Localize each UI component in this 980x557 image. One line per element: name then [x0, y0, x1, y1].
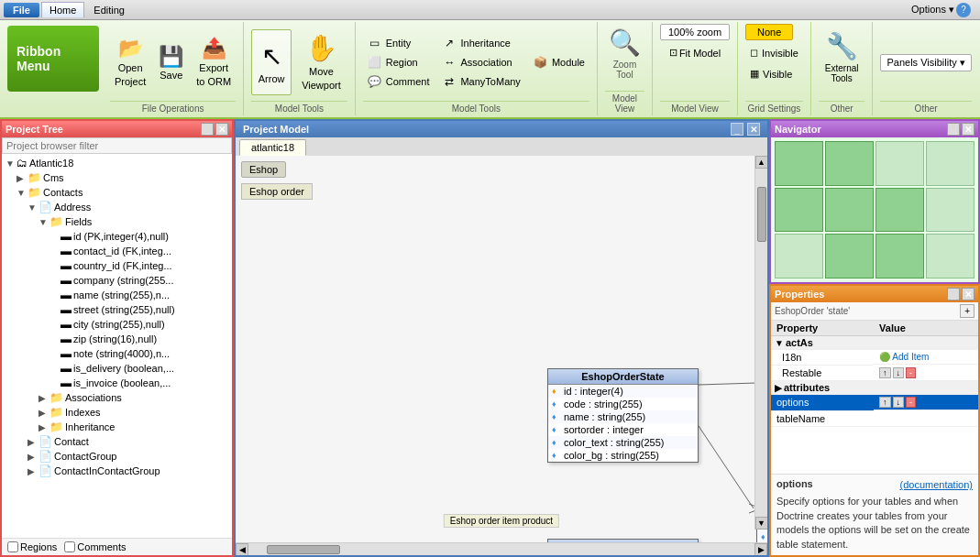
tree-item-contact[interactable]: ▶ 📄 Contact — [4, 434, 230, 449]
tree-expand-indexes[interactable]: ▶ — [39, 408, 50, 418]
tree-item-f10[interactable]: ▬ is_delivery (boolean,... — [4, 361, 230, 376]
prop-row-1[interactable]: I18n 🟢 Add Item — [771, 350, 978, 366]
tree-expand-inherit[interactable]: ▶ — [39, 422, 50, 432]
prop-row-4[interactable]: options ↑ ↓ - — [771, 395, 978, 411]
scroll-left-arrow[interactable]: ◀ — [236, 543, 248, 556]
navigator-content[interactable] — [771, 137, 978, 282]
region-button[interactable]: ⬜ Region — [363, 53, 435, 71]
fit-model-button[interactable]: ⊡ Fit Model — [663, 44, 727, 61]
prop-remove-btn-2[interactable]: - — [906, 367, 916, 378]
zoom-100-button[interactable]: 100% zoom — [660, 24, 730, 40]
tree-item-assoc[interactable]: ▶ 📁 Associations — [4, 390, 230, 405]
comment-button[interactable]: 💬 Comment — [363, 72, 435, 91]
move-viewport-button[interactable]: ✋ Move Viewport — [295, 29, 347, 95]
tree-item-f4[interactable]: ▬ company (string(255... — [4, 273, 230, 288]
project-tree-filter[interactable] — [2, 137, 232, 154]
editing-menu-item[interactable]: Editing — [86, 3, 132, 17]
many-to-many-button[interactable]: ⇄ ManyToMany — [437, 72, 524, 91]
properties-close-button[interactable]: ✕ — [962, 288, 974, 300]
tree-item-f7[interactable]: ▬ city (string(255),null) — [4, 317, 230, 332]
entity-button[interactable]: ▭ Entity — [363, 34, 435, 52]
tree-item-contacts[interactable]: ▼ 📁 Contacts — [4, 185, 230, 200]
tree-item-f2[interactable]: ▬ contact_id (FK,integ... — [4, 244, 230, 258]
prop-down-btn-4[interactable]: ↓ — [893, 397, 905, 408]
scroll-right-arrow[interactable]: ▶ — [754, 543, 767, 556]
scroll-thumb-h[interactable] — [267, 545, 340, 554]
save-button[interactable]: 💾 Save — [154, 42, 188, 83]
visible-button[interactable]: ▦ Visible — [745, 65, 797, 82]
tree-expand-contacts[interactable]: ▼ — [17, 188, 28, 198]
model-tab-atlantic18[interactable]: atlantic18 — [239, 139, 306, 156]
export-to-orm-button[interactable]: 📤 Export to ORM — [192, 34, 236, 91]
tree-expand-atlantic18[interactable]: ▼ — [6, 158, 17, 169]
tree-expand-cms[interactable]: ▶ — [17, 173, 28, 183]
association-button[interactable]: ↔ Association — [437, 53, 524, 71]
tree-item-f3[interactable]: ▬ country_id (FK,integ... — [4, 258, 230, 273]
diagram-canvas[interactable]: Eshop Eshop order — [236, 156, 767, 542]
tree-item-f11[interactable]: ▬ is_invoice (boolean,... — [4, 376, 230, 390]
comments-checkbox[interactable] — [64, 541, 75, 552]
tree-item-address[interactable]: ▼ 📄 Address — [4, 200, 230, 214]
navigator-minimize-button[interactable]: _ — [947, 123, 960, 136]
zoom-tool-button[interactable]: 🔍 Zoom Tool — [602, 26, 647, 81]
model-minimize-button[interactable]: _ — [731, 123, 743, 136]
scroll-up-arrow[interactable]: ▲ — [755, 156, 768, 169]
comments-checkbox-label[interactable]: Comments — [64, 541, 126, 552]
tree-expand-contactgroup[interactable]: ▶ — [28, 452, 39, 462]
panels-visibility-button[interactable]: Panels Visibility ▾ — [880, 54, 971, 71]
prop-row-0[interactable]: ▼actAs — [771, 336, 978, 350]
inheritance-button[interactable]: ↗ Inheritance — [437, 34, 524, 52]
home-menu-item[interactable]: Home — [41, 2, 84, 17]
scroll-thumb-v[interactable] — [757, 187, 766, 242]
invisible-button[interactable]: ◻ Invisible — [745, 44, 803, 61]
tree-item-contactgroup[interactable]: ▶ 📄 ContactGroup — [4, 449, 230, 464]
tree-item-f1[interactable]: ▬ id (PK,integer(4),null) — [4, 229, 230, 244]
help-icon[interactable]: ? — [956, 3, 971, 17]
regions-checkbox[interactable] — [7, 541, 18, 552]
external-tools-button[interactable]: 🔧 External Tools — [819, 24, 865, 90]
tree-expand-address[interactable]: ▼ — [28, 202, 39, 213]
module-button[interactable]: 📦 Module — [529, 53, 589, 71]
options-button[interactable]: Options ▾ ? — [906, 1, 976, 19]
navigator-close-button[interactable]: ✕ — [962, 123, 974, 136]
none-button[interactable]: None — [745, 24, 793, 40]
prop-row-5[interactable]: tableName — [771, 410, 978, 426]
tree-item-atlantic18[interactable]: ▼ 🗂 Atlantic18 — [4, 156, 230, 170]
regions-checkbox-label[interactable]: Regions — [7, 541, 57, 552]
horizontal-scrollbar[interactable]: ◀ ▶ — [236, 542, 767, 555]
tree-item-inherit[interactable]: ▶ 📁 Inheritance — [4, 420, 230, 434]
prop-down-btn-2[interactable]: ↓ — [893, 367, 905, 378]
prop-row-2[interactable]: Restable ↑ ↓ - — [771, 366, 978, 381]
arrow-button[interactable]: ↖ Arrow — [251, 29, 292, 95]
tree-expand-assoc[interactable]: ▶ — [39, 393, 50, 403]
project-tree-close-button[interactable]: ✕ — [215, 123, 228, 136]
tree-item-f6[interactable]: ▬ street (string(255),null) — [4, 302, 230, 317]
tree-item-indexes[interactable]: ▶ 📁 Indexes — [4, 405, 230, 420]
prop-row-3[interactable]: ▶attributes — [771, 381, 978, 395]
open-project-button[interactable]: 📂 Open Project — [110, 34, 150, 91]
prop-remove-btn-4[interactable]: - — [906, 397, 916, 408]
vertical-scrollbar[interactable]: ▲ ▼ — [754, 156, 767, 530]
tree-expand-contactincontactgroup[interactable]: ▶ — [28, 466, 39, 476]
file-menu-button[interactable]: File — [4, 3, 39, 17]
properties-minimize-button[interactable]: _ — [947, 288, 960, 300]
ribbon-menu-button[interactable]: Ribbon Menu — [7, 26, 99, 92]
tree-item-f9[interactable]: ▬ note (string(4000),n... — [4, 346, 230, 361]
project-tree-minimize-button[interactable]: _ — [201, 123, 214, 136]
scroll-down-arrow[interactable]: ▼ — [755, 517, 768, 530]
tree-expand-contact[interactable]: ▶ — [28, 437, 39, 447]
tree-item-contactincontactgroup[interactable]: ▶ 📄 ContactInContactGroup — [4, 464, 230, 478]
tree-item-f5[interactable]: ▬ name (string(255),n... — [4, 288, 230, 302]
prop-up-btn-2[interactable]: ↑ — [879, 367, 891, 378]
tree-expand-fields[interactable]: ▼ — [39, 217, 50, 227]
tree-item-fields[interactable]: ▼ 📁 Fields — [4, 214, 230, 229]
add-item-btn-1[interactable]: 🟢 Add Item — [879, 352, 929, 362]
properties-add-button[interactable]: + — [960, 304, 974, 318]
tree-item-f8[interactable]: ▬ zip (string(16),null) — [4, 332, 230, 346]
entity-eshoporderstate[interactable]: EshopOrderState ♦id : integer(4) ♦code :… — [547, 368, 699, 463]
tree-item-cms[interactable]: ▶ 📁 Cms — [4, 170, 230, 185]
prop-up-btn-4[interactable]: ↑ — [879, 397, 891, 408]
prop-desc-link[interactable]: (documentation) — [900, 479, 974, 490]
model-close-button[interactable]: ✕ — [747, 123, 760, 136]
eshop-tab[interactable]: Eshop — [241, 161, 286, 178]
